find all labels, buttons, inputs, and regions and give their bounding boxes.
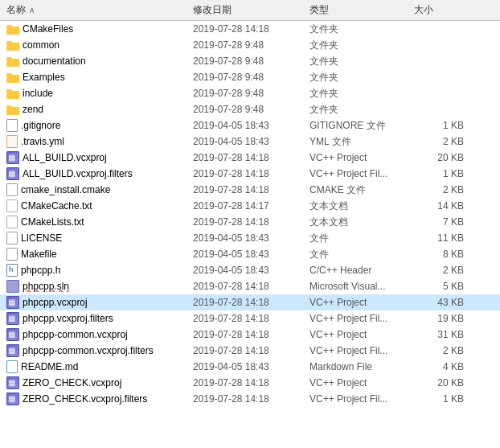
cell-date: 2019-07-28 9:48 bbox=[193, 104, 309, 115]
col-size-label: 大小 bbox=[414, 4, 433, 15]
table-row[interactable]: .travis.yml 2019-04-05 18:43 YML 文件 2 KB bbox=[0, 134, 500, 150]
file-name: Makefile bbox=[21, 249, 57, 260]
folder-icon bbox=[6, 72, 19, 83]
file-name: Examples bbox=[23, 72, 65, 83]
col-header-date[interactable]: 修改日期 bbox=[193, 3, 309, 17]
table-row[interactable]: phpcpp-common.vcxproj.filters 2019-07-28… bbox=[0, 343, 500, 359]
cell-name: phpcpp.sln bbox=[0, 280, 193, 293]
cell-date: 2019-07-28 14:18 bbox=[193, 377, 309, 388]
table-row[interactable]: common 2019-07-28 9:48 文件夹 bbox=[0, 37, 500, 53]
table-row[interactable]: ALL_BUILD.vcxproj.filters 2019-07-28 14:… bbox=[0, 166, 500, 182]
file-name: ALL_BUILD.vcxproj.filters bbox=[23, 168, 133, 179]
cell-type: 文件夹 bbox=[309, 71, 414, 84]
file-name: phpcpp.vcxproj bbox=[23, 297, 88, 308]
cell-type: 文件夹 bbox=[309, 103, 414, 117]
table-row[interactable]: CMakeLists.txt 2019-07-28 14:18 文本文档 7 K… bbox=[0, 214, 500, 230]
vcxproj-icon bbox=[6, 296, 19, 309]
md-icon bbox=[6, 360, 18, 373]
cell-date: 2019-07-28 14:18 bbox=[193, 393, 309, 405]
file-name: CMakeCache.txt bbox=[21, 200, 92, 212]
cell-size: 2 KB bbox=[414, 136, 470, 147]
cell-size: 4 KB bbox=[414, 361, 470, 372]
col-type-label: 类型 bbox=[309, 4, 329, 15]
file-name: .travis.yml bbox=[21, 136, 64, 147]
table-row[interactable]: phpcpp.h 2019-04-05 18:43 C/C++ Header 2… bbox=[0, 262, 500, 278]
cell-date: 2019-04-05 18:43 bbox=[193, 265, 309, 276]
cell-size: 2 KB bbox=[414, 345, 470, 356]
table-row[interactable]: documentation 2019-07-28 9:48 文件夹 bbox=[0, 53, 500, 69]
table-row[interactable]: cmake_install.cmake 2019-07-28 14:18 CMA… bbox=[0, 182, 500, 198]
cell-name: phpcpp.vcxproj bbox=[0, 296, 193, 309]
cell-date: 2019-07-28 14:18 bbox=[193, 281, 309, 292]
file-name: documentation bbox=[23, 55, 86, 67]
cell-type: YML 文件 bbox=[309, 135, 414, 149]
cell-date: 2019-04-05 18:43 bbox=[193, 361, 309, 372]
table-row[interactable]: ZERO_CHECK.vcxproj.filters 2019-07-28 14… bbox=[0, 391, 500, 407]
table-row[interactable]: CMakeFiles 2019-07-28 14:18 文件夹 bbox=[0, 21, 500, 37]
cell-type: 文件夹 bbox=[309, 23, 414, 36]
table-row[interactable]: LICENSE 2019-04-05 18:43 文件 11 KB bbox=[0, 230, 500, 246]
cell-date: 2019-07-28 14:18 bbox=[193, 168, 309, 179]
cell-date: 2019-07-28 9:48 bbox=[193, 39, 309, 51]
cell-name: CMakeFiles bbox=[0, 23, 193, 35]
cell-name: phpcpp.h bbox=[0, 264, 193, 277]
file-explorer: 名称 ∧ 修改日期 类型 大小 CMakeFiles 2019-07-28 14… bbox=[0, 0, 500, 448]
cell-type: VC++ Project bbox=[309, 329, 414, 340]
cell-type: VC++ Project bbox=[309, 297, 414, 308]
table-row[interactable]: include 2019-07-28 9:48 文件夹 bbox=[0, 85, 500, 101]
cell-type: C/C++ Header bbox=[309, 265, 414, 276]
cell-date: 2019-04-05 18:43 bbox=[193, 136, 309, 147]
cell-name: cmake_install.cmake bbox=[0, 183, 193, 196]
file-name: ZERO_CHECK.vcxproj.filters bbox=[23, 393, 147, 405]
cell-date: 2019-07-28 14:18 bbox=[193, 345, 309, 356]
file-name: CMakeFiles bbox=[23, 23, 73, 35]
cell-name: common bbox=[0, 39, 193, 51]
cell-type: Markdown File bbox=[309, 361, 414, 372]
vcxproj-icon bbox=[6, 328, 19, 341]
table-row[interactable]: Makefile 2019-04-05 18:43 文件 8 KB bbox=[0, 246, 500, 262]
cell-date: 2019-07-28 14:18 bbox=[193, 23, 309, 35]
table-row[interactable]: Examples 2019-07-28 9:48 文件夹 bbox=[0, 69, 500, 85]
vcxproj-icon bbox=[6, 376, 19, 389]
table-row[interactable]: phpcpp.sln 2019-07-28 14:18 Microsoft Vi… bbox=[0, 278, 500, 294]
cell-date: 2019-07-28 14:18 bbox=[193, 184, 309, 195]
table-row[interactable]: ALL_BUILD.vcxproj 2019-07-28 14:18 VC++ … bbox=[0, 150, 500, 166]
cell-name: ZERO_CHECK.vcxproj.filters bbox=[0, 393, 193, 405]
cell-date: 2019-07-28 9:48 bbox=[193, 55, 309, 67]
cell-type: VC++ Project Fil... bbox=[309, 393, 414, 405]
col-header-name[interactable]: 名称 ∧ bbox=[0, 3, 193, 17]
table-row[interactable]: phpcpp.vcxproj 2019-07-28 14:18 VC++ Pro… bbox=[0, 294, 500, 310]
table-row[interactable]: CMakeCache.txt 2019-07-28 14:17 文本文档 14 … bbox=[0, 198, 500, 214]
file-name: ALL_BUILD.vcxproj bbox=[23, 152, 107, 163]
col-header-size[interactable]: 大小 bbox=[414, 3, 470, 17]
cell-name: ZERO_CHECK.vcxproj bbox=[0, 376, 193, 389]
table-row[interactable]: .gitignore 2019-04-05 18:43 GITIGNORE 文件… bbox=[0, 117, 500, 134]
cell-type: VC++ Project bbox=[309, 152, 414, 163]
cell-type: 文件 bbox=[309, 248, 414, 261]
folder-icon bbox=[6, 23, 19, 35]
folder-icon bbox=[6, 88, 19, 99]
table-row[interactable]: README.md 2019-04-05 18:43 Markdown File… bbox=[0, 359, 500, 375]
cell-size: 1 KB bbox=[414, 120, 470, 131]
cell-name: ALL_BUILD.vcxproj bbox=[0, 151, 193, 164]
col-header-type[interactable]: 类型 bbox=[309, 3, 414, 17]
table-row[interactable]: ZERO_CHECK.vcxproj 2019-07-28 14:18 VC++… bbox=[0, 375, 500, 391]
file-name: phpcpp-common.vcxproj.filters bbox=[23, 345, 154, 356]
cell-type: Microsoft Visual... bbox=[309, 281, 414, 292]
cell-size: 43 KB bbox=[414, 297, 470, 308]
file-name: .gitignore bbox=[21, 120, 60, 131]
table-row[interactable]: phpcpp.vcxproj.filters 2019-07-28 14:18 … bbox=[0, 310, 500, 327]
cell-name: README.md bbox=[0, 360, 193, 373]
file-name: ZERO_CHECK.vcxproj bbox=[23, 377, 121, 388]
cell-date: 2019-04-05 18:43 bbox=[193, 232, 309, 244]
cell-name: documentation bbox=[0, 55, 193, 67]
cell-name: phpcpp.vcxproj.filters bbox=[0, 312, 193, 325]
vcxproj-icon bbox=[6, 167, 19, 180]
table-row[interactable]: zend 2019-07-28 9:48 文件夹 bbox=[0, 101, 500, 117]
vcxproj-icon bbox=[6, 393, 19, 405]
file-icon bbox=[6, 119, 18, 132]
table-row[interactable]: phpcpp-common.vcxproj 2019-07-28 14:18 V… bbox=[0, 327, 500, 343]
cell-type: VC++ Project bbox=[309, 377, 414, 388]
cell-size: 2 KB bbox=[414, 265, 470, 276]
cell-type: 文本文档 bbox=[309, 216, 414, 229]
